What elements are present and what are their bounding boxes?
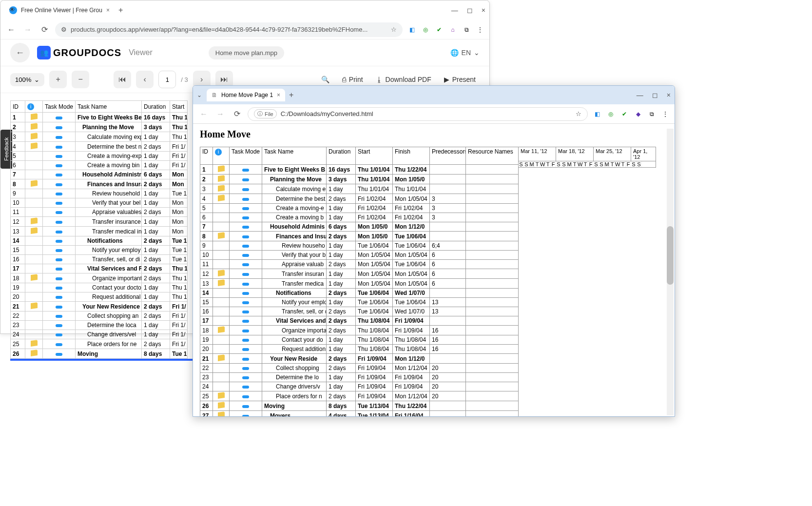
browser-tab[interactable]: 👁 Free Online Viewer | Free Grou × — [4, 3, 115, 17]
cell: Notify your emplo — [262, 298, 327, 307]
cell: 4 days — [327, 411, 356, 417]
cell — [213, 289, 230, 298]
browser-menu-icon[interactable]: ⋮ — [476, 25, 484, 34]
print-icon: ⎙ — [342, 76, 346, 83]
address-bar[interactable]: ⚙ products.groupdocs.app/viewer/app/?lan… — [55, 22, 403, 37]
cell: Contact your do — [262, 335, 327, 345]
cell: Mon 1/05/0 — [356, 232, 393, 241]
extensions-menu-icon[interactable]: ⧉ — [647, 110, 656, 118]
site-info-icon[interactable]: ⚙ — [61, 26, 67, 33]
cell: 8 days — [327, 401, 356, 411]
extension-icon[interactable]: ◆ — [634, 110, 642, 118]
cell: Thu 1 — [170, 273, 188, 283]
forward-button[interactable]: → — [22, 25, 34, 34]
cell — [230, 184, 262, 194]
present-button[interactable]: ▶Present — [440, 76, 480, 83]
cell: Thu 1/08/04 — [356, 345, 393, 354]
cell — [466, 260, 519, 269]
task-mode-icon — [56, 202, 62, 205]
task-mode-icon — [242, 273, 249, 276]
cell — [213, 373, 230, 382]
cell: Fri 1/09/04 — [393, 326, 430, 335]
language-selector[interactable]: 🌐 EN ⌄ — [450, 49, 480, 57]
extension-icon[interactable]: ◎ — [421, 25, 430, 34]
cell: Collect shopping — [262, 364, 327, 373]
scrollbar[interactable] — [667, 129, 674, 415]
cell — [43, 311, 76, 321]
cell: Mon — [170, 208, 188, 217]
extension-icon[interactable]: ◧ — [407, 25, 416, 34]
cell: Mon — [170, 198, 188, 208]
app-back-button[interactable]: ← — [10, 43, 30, 62]
cell: 20 — [430, 391, 466, 401]
new-tab-button[interactable]: + — [289, 91, 293, 99]
gantt-day: F — [551, 161, 556, 167]
new-tab-button[interactable]: + — [118, 6, 123, 15]
cell: 10 — [200, 251, 213, 260]
extensions-menu-icon[interactable]: ⧉ — [462, 25, 471, 34]
note-icon — [31, 350, 38, 356]
tab-search-button[interactable]: ⌄ — [197, 92, 207, 98]
browser-tab[interactable]: 🗎 Home Move Page 1 × — [207, 89, 285, 101]
prev-page-button[interactable]: ‹ — [136, 71, 154, 88]
minimize-icon[interactable]: — — [637, 91, 643, 99]
zoom-in-button[interactable]: + — [49, 71, 67, 88]
cell — [430, 289, 466, 298]
close-window-icon[interactable]: × — [482, 6, 485, 14]
cell: 7 — [11, 170, 25, 179]
address-bar[interactable]: ⓘFile C:/Downloads/myConverted.html ☆ — [248, 107, 588, 121]
extension-icon[interactable]: ✔ — [435, 25, 444, 34]
zoom-select[interactable]: 100% ⌄ — [10, 73, 44, 86]
bookmark-star-icon[interactable]: ☆ — [576, 110, 581, 117]
back-button[interactable]: ← — [5, 25, 17, 34]
cell: Thu 1/08/04 — [393, 335, 430, 345]
zoom-out-button[interactable]: − — [72, 71, 89, 88]
reload-button[interactable]: ⟳ — [39, 25, 50, 34]
cell: 2 days — [142, 208, 170, 217]
browser-menu-icon[interactable]: ⋮ — [661, 110, 670, 118]
cell — [230, 345, 262, 354]
download-pdf-button[interactable]: ⭳Download PDF — [372, 76, 435, 83]
bookmark-star-icon[interactable]: ☆ — [391, 26, 397, 33]
search-button[interactable]: 🔍 — [317, 76, 333, 83]
cell — [213, 382, 230, 391]
column-header: Task Mode — [230, 147, 262, 165]
close-icon[interactable]: × — [106, 7, 110, 14]
close-icon[interactable]: × — [277, 92, 280, 98]
extension-icon[interactable]: ◎ — [606, 110, 615, 118]
close-window-icon[interactable]: × — [667, 91, 671, 99]
cell: Determine the loca — [76, 321, 142, 330]
cell: Change drivers/vel — [76, 330, 142, 339]
gantt-day: W — [615, 161, 620, 167]
print-button[interactable]: ⎙Print — [338, 76, 367, 83]
cell: 2 days — [327, 391, 356, 401]
tab-title: Free Online Viewer | Free Grou — [21, 7, 102, 14]
scrollbar-thumb[interactable] — [667, 226, 674, 285]
cell: 1 day — [142, 217, 170, 227]
cell: Place orders for n — [262, 391, 327, 401]
back-button[interactable]: ← — [198, 110, 210, 118]
minimize-icon[interactable]: — — [451, 6, 458, 14]
extension-icon[interactable]: ◧ — [593, 110, 601, 118]
cell: Planning the Move — [262, 175, 327, 184]
note-icon — [31, 123, 38, 130]
cell: Tue 1 — [170, 189, 188, 198]
page-body[interactable]: Home Move IDiTask ModeTask NameDurationS… — [193, 124, 675, 416]
cell: Finances and Insu — [262, 232, 327, 241]
maximize-icon[interactable]: ◻ — [467, 6, 473, 14]
extension-icon[interactable]: ⌂ — [448, 25, 457, 34]
reload-button[interactable]: ⟳ — [231, 109, 243, 118]
first-page-button[interactable]: ⏮ — [114, 71, 131, 88]
table-row: 22Collect shopping2 daysFri 1/09/04Mon 1… — [200, 364, 519, 373]
forward-button[interactable]: → — [214, 110, 226, 118]
cell — [213, 298, 230, 307]
extension-icon[interactable]: ✔ — [620, 110, 629, 118]
cell — [230, 298, 262, 307]
cell: 17 — [200, 316, 213, 326]
cell — [43, 339, 76, 349]
table-row: 14Notifications2 daysTue 1/06/04Wed 1/07… — [200, 289, 519, 298]
cell: 20 — [430, 364, 466, 373]
maximize-icon[interactable]: ◻ — [652, 91, 658, 99]
column-header: Duration — [142, 101, 170, 113]
page-input[interactable] — [158, 71, 176, 88]
